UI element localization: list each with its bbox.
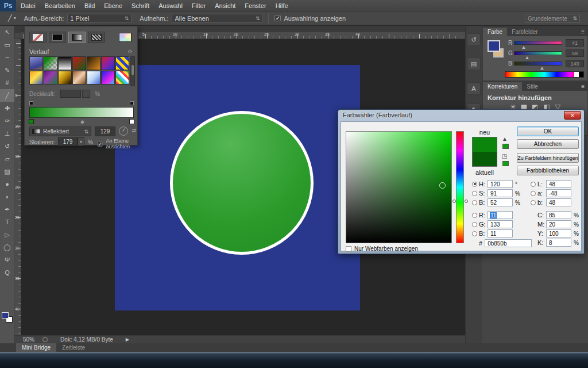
hue-slider-marker-left[interactable] <box>452 200 456 203</box>
cancel-button[interactable]: Abbrechen <box>517 139 579 149</box>
opacity-stop-left[interactable] <box>29 101 33 105</box>
menu-item[interactable]: Filter <box>187 0 210 12</box>
slider-value[interactable]: 59 <box>566 49 584 57</box>
web-safe-color-swatch[interactable] <box>502 161 509 166</box>
radio-button[interactable] <box>472 222 477 227</box>
tool-shape[interactable]: ◯ <box>0 241 14 254</box>
gradient-preset-swatch[interactable] <box>87 56 100 70</box>
menu-item[interactable]: Bearbeiten <box>40 0 80 12</box>
tool-marquee[interactable]: ▭ <box>0 39 14 51</box>
sample-select[interactable]: Alle Ebenen⇅ <box>172 14 262 23</box>
slider-thumb[interactable] <box>525 56 529 59</box>
gradient-preset-swatch[interactable] <box>101 56 115 70</box>
zoom-level[interactable]: 50% <box>23 336 34 343</box>
menu-item[interactable]: Fenster <box>240 0 270 12</box>
slider-value[interactable]: 41 <box>566 39 584 47</box>
radio-button[interactable] <box>531 200 536 205</box>
slider-thumb[interactable] <box>522 46 525 49</box>
tool-history-brush[interactable]: ↺ <box>0 140 14 152</box>
panel-menu-icon[interactable]: ≡ <box>578 82 587 91</box>
gradient-preset-swatch[interactable] <box>115 71 129 85</box>
status-flyout-arrow-icon[interactable]: ▶ <box>126 337 129 342</box>
color-value-input[interactable]: 133 <box>488 220 513 228</box>
gamut-color-swatch[interactable] <box>502 144 509 149</box>
tool-eyedropper[interactable]: ╱ <box>0 89 14 102</box>
foreground-color-swatch[interactable] <box>2 312 9 319</box>
tab-zeitleiste[interactable]: Zeitleiste <box>56 343 91 352</box>
tool-brush[interactable]: ✑ <box>0 114 14 127</box>
scale-stepper[interactable]: ▾ <box>78 137 84 146</box>
opacity-stop-right[interactable] <box>130 101 134 105</box>
slider-thumb[interactable] <box>540 67 544 70</box>
white-swatch[interactable] <box>574 72 579 77</box>
tool-hand[interactable]: Ψ <box>0 254 14 266</box>
radio-button[interactable] <box>472 191 477 196</box>
gradient-preset-swatch[interactable] <box>44 71 57 85</box>
close-icon[interactable]: ✕ <box>564 111 581 120</box>
opacity-input[interactable] <box>60 90 81 98</box>
slider-value[interactable]: 140 <box>566 60 584 67</box>
reverse-icon[interactable]: ⇄ <box>131 128 136 133</box>
color-stop-right[interactable] <box>129 119 134 124</box>
history-panel-icon[interactable]: ↺ <box>467 33 481 46</box>
gradient-preset-swatch[interactable] <box>101 71 115 85</box>
properties-panel-icon[interactable]: ▤ <box>467 57 481 70</box>
menu-item[interactable]: Ebene <box>99 0 127 12</box>
tool-crop[interactable]: # <box>0 76 14 89</box>
color-value-input[interactable]: 85 <box>546 211 571 219</box>
slider-track[interactable] <box>514 41 562 45</box>
foreground-to-transparent-mode-button[interactable] <box>29 32 47 43</box>
color-value-input[interactable]: 91 <box>488 189 513 197</box>
gradient-preset-swatch[interactable] <box>58 56 72 70</box>
tab-farbfelder[interactable]: Farbfelder <box>507 28 543 36</box>
menu-item[interactable]: Auswahl <box>154 0 187 12</box>
radio-button[interactable] <box>472 213 477 218</box>
pattern-mode-button[interactable] <box>88 32 105 43</box>
panel-menu-icon[interactable]: ≡ <box>578 28 587 36</box>
color-value-input[interactable]: 120 <box>488 180 513 188</box>
slider-track[interactable] <box>514 62 562 66</box>
tool-lasso[interactable]: ∽ <box>0 51 14 64</box>
menu-item[interactable]: Hilfe <box>271 0 293 12</box>
web-colors-checkbox[interactable] <box>346 246 351 252</box>
gradient-type-select[interactable]: Reflektiert ⇅ <box>29 126 91 136</box>
web-safe-cube-icon[interactable]: ◳ <box>502 153 507 159</box>
tab-korrekturen[interactable]: Korrekturen <box>483 82 522 91</box>
tool-quick-selection[interactable]: ✎ <box>0 64 14 76</box>
gradient-preset-swatch[interactable] <box>72 56 86 70</box>
color-spectrum-bar[interactable] <box>505 71 584 78</box>
tool-zoom[interactable]: Q <box>0 266 14 279</box>
hue-slider[interactable] <box>456 131 464 243</box>
menu-item[interactable]: Datei <box>16 0 40 12</box>
tab-stile[interactable]: Stile <box>522 82 542 91</box>
sample-size-select[interactable]: 1 Pixel⇅ <box>67 14 131 23</box>
gradient-preset-swatch[interactable] <box>72 71 86 85</box>
radio-button[interactable] <box>472 231 477 236</box>
ok-button[interactable]: OK <box>517 126 579 136</box>
radio-button[interactable] <box>472 200 477 205</box>
tool-path-selection[interactable]: ▷ <box>0 228 14 241</box>
tool-healing-brush[interactable]: ✚ <box>0 102 14 114</box>
color-value-input[interactable]: 52 <box>488 198 513 206</box>
gradient-mode-button[interactable] <box>68 32 86 43</box>
color-value-input[interactable]: 11 <box>488 211 513 219</box>
menu-item[interactable]: Schrift <box>127 0 154 12</box>
radio-button[interactable] <box>531 182 536 187</box>
tool-move[interactable]: ↖ <box>0 26 14 39</box>
color-libraries-button[interactable]: Farbbibliotheken <box>517 166 579 175</box>
color-stop-left[interactable] <box>29 119 34 124</box>
gradient-preset-swatch[interactable] <box>44 56 57 70</box>
hue-slider-marker-right[interactable] <box>465 200 468 203</box>
tool-type[interactable]: T <box>0 216 14 228</box>
color-value-input[interactable]: -48 <box>546 189 571 197</box>
color-value-input[interactable]: 20 <box>546 220 571 228</box>
slider-track[interactable] <box>514 51 562 55</box>
character-panel-icon[interactable]: A <box>467 82 481 95</box>
gradient-color-swatch[interactable] <box>119 33 131 42</box>
color-value-input[interactable]: 8 <box>546 239 571 247</box>
gear-icon[interactable]: ☼ <box>127 47 133 54</box>
angle-input[interactable]: 129 <box>95 126 115 136</box>
tool-pen[interactable]: ✒ <box>0 203 14 216</box>
color-value-input[interactable]: 11 <box>488 229 513 237</box>
color-cursor[interactable] <box>439 182 446 189</box>
